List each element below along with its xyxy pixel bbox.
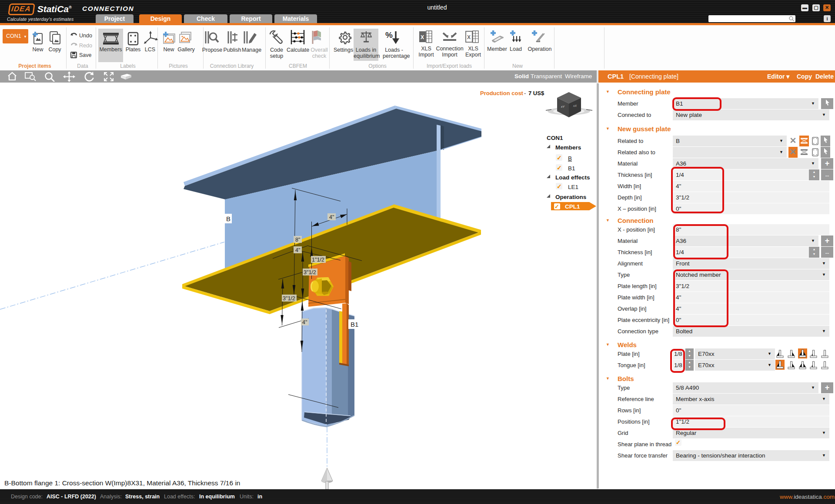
svg-text:B1: B1 [568, 165, 575, 172]
svg-text:xX: xX [573, 104, 577, 107]
svg-text:X: X [467, 34, 471, 40]
svg-text:✓: ✓ [557, 154, 562, 161]
svg-text:Production cost: Production cost [480, 90, 524, 96]
svg-text:4": 4" [302, 319, 307, 325]
svg-text:X: X [421, 34, 424, 40]
svg-text:B: B [226, 215, 230, 222]
svg-text:CPL1: CPL1 [565, 203, 580, 210]
svg-text:xY: xY [561, 105, 565, 108]
svg-text:7 US$: 7 US$ [528, 90, 544, 96]
svg-text:✓: ✓ [557, 164, 562, 171]
svg-text:✓: ✓ [554, 203, 559, 210]
svg-text:B: B [568, 155, 572, 162]
svg-text:3"1/2: 3"1/2 [304, 269, 316, 275]
svg-text:Operations: Operations [555, 194, 586, 200]
svg-text:4": 4" [295, 247, 300, 253]
svg-text:3"1/2: 3"1/2 [283, 295, 295, 302]
svg-text:-: - [524, 90, 526, 96]
svg-text:8": 8" [295, 237, 300, 243]
svg-text:4": 4" [329, 214, 334, 220]
svg-text:Members: Members [555, 144, 581, 151]
svg-text:✓: ✓ [557, 183, 562, 190]
svg-text:1"1/2: 1"1/2 [312, 257, 324, 263]
svg-text:%: % [385, 30, 393, 40]
svg-text:CON1: CON1 [547, 135, 563, 141]
svg-text:LE1: LE1 [568, 184, 578, 190]
svg-text:Load effects: Load effects [555, 174, 590, 181]
svg-text:B1: B1 [351, 321, 358, 328]
